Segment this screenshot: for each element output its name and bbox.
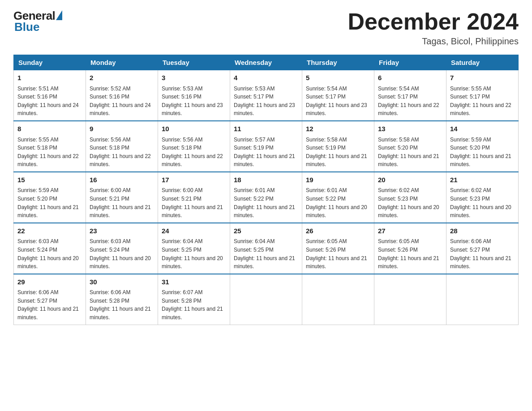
table-row: 19Sunrise: 6:01 AMSunset: 5:22 PMDayligh… [302,172,374,223]
table-row: 2Sunrise: 5:52 AMSunset: 5:16 PMDaylight… [86,70,158,121]
table-row: 13Sunrise: 5:58 AMSunset: 5:20 PMDayligh… [374,121,446,172]
day-info: Sunrise: 6:04 AMSunset: 5:25 PMDaylight:… [162,237,226,270]
day-number: 5 [306,73,370,83]
day-info: Sunrise: 6:00 AMSunset: 5:21 PMDaylight:… [162,186,226,219]
day-number: 28 [450,226,515,236]
day-number: 26 [306,226,370,236]
day-number: 31 [162,277,226,287]
day-number: 14 [450,124,515,134]
day-number: 2 [90,73,154,83]
day-number: 4 [234,73,298,83]
table-row: 9Sunrise: 5:56 AMSunset: 5:18 PMDaylight… [86,121,158,172]
table-row: 16Sunrise: 6:00 AMSunset: 5:21 PMDayligh… [86,172,158,223]
table-row: 14Sunrise: 5:59 AMSunset: 5:20 PMDayligh… [446,121,519,172]
day-info: Sunrise: 6:01 AMSunset: 5:22 PMDaylight:… [306,186,370,219]
day-number: 13 [378,124,442,134]
day-number: 9 [90,124,154,134]
table-row [374,274,446,325]
month-title: December 2024 [348,9,519,34]
day-number: 3 [162,73,226,83]
day-info: Sunrise: 6:06 AMSunset: 5:27 PMDaylight:… [450,237,515,270]
day-number: 8 [17,124,82,134]
weekday-header-monday: Monday [86,55,158,70]
table-row: 27Sunrise: 6:05 AMSunset: 5:26 PMDayligh… [374,223,446,274]
table-row: 26Sunrise: 6:05 AMSunset: 5:26 PMDayligh… [302,223,374,274]
weekday-header-tuesday: Tuesday [158,55,230,70]
table-row: 29Sunrise: 6:06 AMSunset: 5:27 PMDayligh… [14,274,86,325]
table-row: 4Sunrise: 5:53 AMSunset: 5:17 PMDaylight… [230,70,302,121]
day-number: 24 [162,226,226,236]
day-info: Sunrise: 5:54 AMSunset: 5:17 PMDaylight:… [378,85,442,118]
table-row [302,274,374,325]
day-info: Sunrise: 6:02 AMSunset: 5:23 PMDaylight:… [450,186,515,219]
day-info: Sunrise: 6:04 AMSunset: 5:25 PMDaylight:… [234,237,298,270]
day-info: Sunrise: 6:00 AMSunset: 5:21 PMDaylight:… [90,186,154,219]
day-number: 23 [90,226,154,236]
calendar-week-row: 29Sunrise: 6:06 AMSunset: 5:27 PMDayligh… [14,274,519,325]
weekday-header-thursday: Thursday [302,55,374,70]
table-row: 11Sunrise: 5:57 AMSunset: 5:19 PMDayligh… [230,121,302,172]
table-row: 10Sunrise: 5:56 AMSunset: 5:18 PMDayligh… [158,121,230,172]
table-row: 7Sunrise: 5:55 AMSunset: 5:17 PMDaylight… [446,70,519,121]
day-info: Sunrise: 5:55 AMSunset: 5:18 PMDaylight:… [17,136,82,169]
calendar-week-row: 22Sunrise: 6:03 AMSunset: 5:24 PMDayligh… [14,223,519,274]
weekday-header-friday: Friday [374,55,446,70]
calendar-week-row: 15Sunrise: 5:59 AMSunset: 5:20 PMDayligh… [14,172,519,223]
day-number: 27 [378,226,442,236]
day-number: 25 [234,226,298,236]
day-number: 10 [162,124,226,134]
weekday-header-sunday: Sunday [14,55,86,70]
day-info: Sunrise: 5:53 AMSunset: 5:17 PMDaylight:… [234,85,298,118]
day-info: Sunrise: 5:52 AMSunset: 5:16 PMDaylight:… [90,85,154,118]
table-row: 6Sunrise: 5:54 AMSunset: 5:17 PMDaylight… [374,70,446,121]
table-row: 22Sunrise: 6:03 AMSunset: 5:24 PMDayligh… [14,223,86,274]
day-number: 6 [378,73,442,83]
day-info: Sunrise: 5:54 AMSunset: 5:17 PMDaylight:… [306,85,370,118]
calendar-table: SundayMondayTuesdayWednesdayThursdayFrid… [13,55,519,325]
day-info: Sunrise: 6:03 AMSunset: 5:24 PMDaylight:… [17,237,82,270]
table-row: 31Sunrise: 6:07 AMSunset: 5:28 PMDayligh… [158,274,230,325]
logo: General Blue [13,9,62,34]
day-info: Sunrise: 6:06 AMSunset: 5:27 PMDaylight:… [17,288,82,321]
day-info: Sunrise: 5:59 AMSunset: 5:20 PMDaylight:… [17,186,82,219]
table-row: 5Sunrise: 5:54 AMSunset: 5:17 PMDaylight… [302,70,374,121]
day-info: Sunrise: 6:06 AMSunset: 5:28 PMDaylight:… [90,288,154,321]
weekday-header-row: SundayMondayTuesdayWednesdayThursdayFrid… [14,55,519,70]
day-info: Sunrise: 5:55 AMSunset: 5:17 PMDaylight:… [450,85,515,118]
logo-triangle-icon [56,10,62,20]
location-title: Tagas, Bicol, Philippines [348,36,519,47]
day-info: Sunrise: 6:01 AMSunset: 5:22 PMDaylight:… [234,186,298,219]
day-info: Sunrise: 5:56 AMSunset: 5:18 PMDaylight:… [90,136,154,169]
title-area: December 2024 Tagas, Bicol, Philippines [348,9,519,47]
day-number: 19 [306,175,370,185]
table-row: 23Sunrise: 6:03 AMSunset: 5:24 PMDayligh… [86,223,158,274]
day-info: Sunrise: 5:58 AMSunset: 5:20 PMDaylight:… [378,136,442,169]
day-info: Sunrise: 5:51 AMSunset: 5:16 PMDaylight:… [17,85,82,118]
day-info: Sunrise: 5:57 AMSunset: 5:19 PMDaylight:… [234,136,298,169]
day-info: Sunrise: 6:02 AMSunset: 5:23 PMDaylight:… [378,186,442,219]
day-info: Sunrise: 5:53 AMSunset: 5:16 PMDaylight:… [162,85,226,118]
day-info: Sunrise: 6:05 AMSunset: 5:26 PMDaylight:… [306,237,370,270]
day-number: 1 [17,73,82,83]
day-number: 11 [234,124,298,134]
day-info: Sunrise: 6:07 AMSunset: 5:28 PMDaylight:… [162,288,226,321]
day-info: Sunrise: 6:03 AMSunset: 5:24 PMDaylight:… [90,237,154,270]
calendar-week-row: 8Sunrise: 5:55 AMSunset: 5:18 PMDaylight… [14,121,519,172]
day-number: 21 [450,175,515,185]
table-row: 12Sunrise: 5:58 AMSunset: 5:19 PMDayligh… [302,121,374,172]
day-number: 18 [234,175,298,185]
table-row: 20Sunrise: 6:02 AMSunset: 5:23 PMDayligh… [374,172,446,223]
day-number: 15 [17,175,82,185]
day-info: Sunrise: 5:56 AMSunset: 5:18 PMDaylight:… [162,136,226,169]
weekday-header-wednesday: Wednesday [230,55,302,70]
day-number: 20 [378,175,442,185]
table-row [446,274,519,325]
page-header: General Blue December 2024 Tagas, Bicol,… [13,9,519,47]
table-row: 30Sunrise: 6:06 AMSunset: 5:28 PMDayligh… [86,274,158,325]
table-row: 3Sunrise: 5:53 AMSunset: 5:16 PMDaylight… [158,70,230,121]
weekday-header-saturday: Saturday [446,55,519,70]
logo-blue-text: Blue [14,20,39,34]
table-row: 18Sunrise: 6:01 AMSunset: 5:22 PMDayligh… [230,172,302,223]
calendar-week-row: 1Sunrise: 5:51 AMSunset: 5:16 PMDaylight… [14,70,519,121]
table-row: 21Sunrise: 6:02 AMSunset: 5:23 PMDayligh… [446,172,519,223]
